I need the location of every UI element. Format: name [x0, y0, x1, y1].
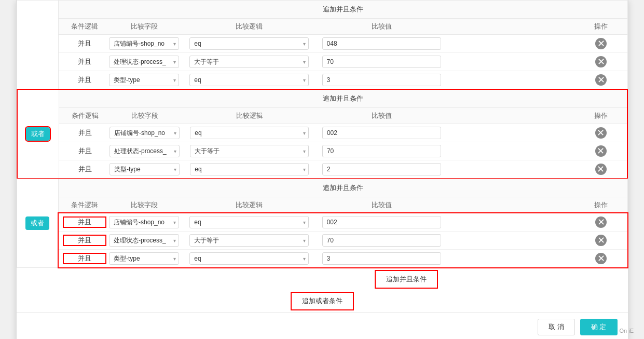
table-row: 并且 类型-type ▾ eq ▾: [59, 250, 627, 267]
row-logic: 并且: [64, 75, 105, 85]
operator-select[interactable]: 大于等于: [189, 234, 309, 247]
value-input[interactable]: [322, 74, 442, 86]
field-select[interactable]: 处理状态-process_status: [109, 234, 179, 247]
table-row: 并且 处理状态-process_status ▾ 大于等于 ▾: [59, 142, 627, 160]
value-input[interactable]: [322, 252, 442, 265]
cancel-button[interactable]: 取 消: [538, 319, 575, 335]
operator-select[interactable]: eq: [189, 252, 309, 265]
row-delete-cell: ✕: [580, 74, 622, 86]
group-content-1: 追加并且条件 条件逻辑 比较字段 比较逻辑 比较值 操作 并且 店铺编号-sho…: [59, 1, 627, 89]
row-field-cell: 类型-type ▾: [105, 74, 183, 86]
table-header-3: 条件逻辑 比较字段 比较逻辑 比较值 操作: [59, 197, 627, 213]
row-logic: 并且: [64, 218, 105, 227]
table-header-1: 条件逻辑 比较字段 比较逻辑 比较值 操作: [59, 19, 627, 35]
rows-highlight-box: 并且 店铺编号-shop_no ▾ eq ▾: [59, 213, 627, 267]
value-input[interactable]: [322, 56, 442, 68]
or-group-2: 或者 追加并且条件 条件逻辑 比较字段 比较逻辑 比较值 操作 并且 店铺编号-…: [17, 89, 628, 179]
row-logic: 并且: [64, 128, 106, 138]
group-content-2: 追加并且条件 条件逻辑 比较字段 比较逻辑 比较值 操作 并且 店铺编号-sho…: [59, 90, 627, 178]
bottom-bar: 取 消 确 定: [17, 312, 628, 339]
row-field-cell: 处理状态-process_status ▾: [105, 56, 183, 68]
row-value-cell: [316, 37, 448, 50]
or-label-col-1: [17, 1, 59, 89]
value-input[interactable]: [322, 234, 442, 247]
delete-button[interactable]: ✕: [595, 38, 607, 49]
row-logic: 并且: [64, 39, 105, 48]
or-button-2[interactable]: 或者: [26, 127, 50, 141]
row-logic: 并且: [64, 146, 106, 156]
operator-select[interactable]: 大于等于: [190, 145, 309, 157]
watermark: On iE: [619, 328, 634, 334]
add-and-header-1[interactable]: 追加并且条件: [59, 1, 627, 19]
value-input[interactable]: [322, 216, 442, 228]
row-logic: 并且: [64, 165, 106, 174]
operator-select-wrapper: eq ▾: [189, 37, 309, 50]
add-and-header-2[interactable]: 追加并且条件: [59, 90, 627, 108]
operator-select[interactable]: eq: [189, 216, 309, 228]
or-label-col-2: 或者: [18, 90, 59, 178]
add-or-condition-section: 追加或者条件: [17, 292, 628, 310]
delete-button[interactable]: ✕: [595, 164, 607, 175]
field-select[interactable]: 店铺编号-shop_no: [109, 216, 179, 228]
row-delete-cell: ✕: [580, 38, 622, 49]
field-select[interactable]: 店铺编号-shop_no: [109, 127, 180, 139]
add-or-condition-button[interactable]: 追加或者条件: [291, 292, 354, 310]
delete-button[interactable]: ✕: [595, 216, 607, 228]
operator-select[interactable]: 大于等于: [189, 56, 309, 68]
value-input[interactable]: [322, 37, 442, 50]
table-row: 并且 处理状态-process_status ▾ 大于等于 ▾: [59, 53, 627, 71]
table-row: 并且 店铺编号-shop_no ▾ eq ▾: [59, 124, 627, 142]
row-logic: 并且: [64, 57, 105, 66]
row-logic: 并且: [64, 236, 105, 245]
table-row: 并且 类型-type ▾ eq ▾: [59, 71, 627, 89]
group-content-3: 追加并且条件 条件逻辑 比较字段 比较逻辑 比较值 操作 并且 店铺编号-sho…: [59, 179, 627, 267]
delete-button[interactable]: ✕: [595, 253, 607, 264]
field-select[interactable]: 类型-type: [109, 74, 179, 86]
delete-button[interactable]: ✕: [595, 127, 607, 139]
dialog: 追加并且条件 条件逻辑 比较字段 比较逻辑 比较值 操作 并且 店铺编号-sho…: [16, 0, 628, 339]
delete-button[interactable]: ✕: [595, 56, 607, 67]
table-row: 并且 类型-type ▾ eq ▾: [59, 160, 627, 178]
row-value-cell: [316, 74, 448, 86]
field-select[interactable]: 处理状态-process_status: [109, 56, 179, 68]
table-row: 并且 店铺编号-shop_no ▾ eq ▾: [59, 35, 627, 53]
row-operator-cell: eq ▾: [183, 37, 316, 50]
add-and-header-3[interactable]: 追加并且条件: [59, 179, 627, 197]
value-input[interactable]: [322, 127, 441, 139]
table-row: 并且 店铺编号-shop_no ▾ eq ▾: [59, 213, 627, 232]
row-operator-cell: 大于等于 ▾: [183, 56, 316, 68]
operator-select[interactable]: eq: [189, 37, 309, 50]
delete-button[interactable]: ✕: [595, 74, 607, 86]
delete-button[interactable]: ✕: [595, 235, 607, 246]
row-field-cell: 店铺编号-shop_no ▾: [105, 37, 183, 50]
field-select[interactable]: 类型-type: [109, 252, 179, 265]
or-group-1: 追加并且条件 条件逻辑 比较字段 比较逻辑 比较值 操作 并且 店铺编号-sho…: [17, 0, 628, 89]
table-header-2: 条件逻辑 比较字段 比较逻辑 比较值 操作: [59, 108, 627, 124]
row-value-cell: [316, 56, 448, 68]
or-button-3[interactable]: 或者: [25, 216, 49, 230]
add-and-condition-button[interactable]: 追加并且条件: [375, 270, 438, 289]
table-row: 并且 处理状态-process_status ▾ 大于等于 ▾: [59, 232, 627, 250]
field-select[interactable]: 类型-type: [109, 163, 180, 175]
field-select-wrapper: 店铺编号-shop_no ▾: [109, 37, 179, 50]
delete-button[interactable]: ✕: [595, 145, 607, 157]
operator-select[interactable]: eq: [190, 163, 309, 175]
confirm-button[interactable]: 确 定: [580, 319, 618, 335]
row-operator-cell: eq ▾: [183, 74, 316, 86]
value-input[interactable]: [322, 163, 441, 175]
or-label-col-3: 或者: [17, 179, 59, 267]
operator-select[interactable]: eq: [189, 74, 309, 86]
value-input[interactable]: [322, 145, 441, 157]
or-group-3: 或者 追加并且条件 条件逻辑 比较字段 比较逻辑 比较值 操作 并且: [17, 179, 628, 268]
row-logic: 并且: [64, 254, 105, 263]
field-select[interactable]: 处理状态-process_status: [109, 145, 180, 157]
row-delete-cell: ✕: [580, 56, 622, 67]
operator-select[interactable]: eq: [190, 127, 309, 139]
field-select[interactable]: 店铺编号-shop_no: [109, 37, 179, 50]
